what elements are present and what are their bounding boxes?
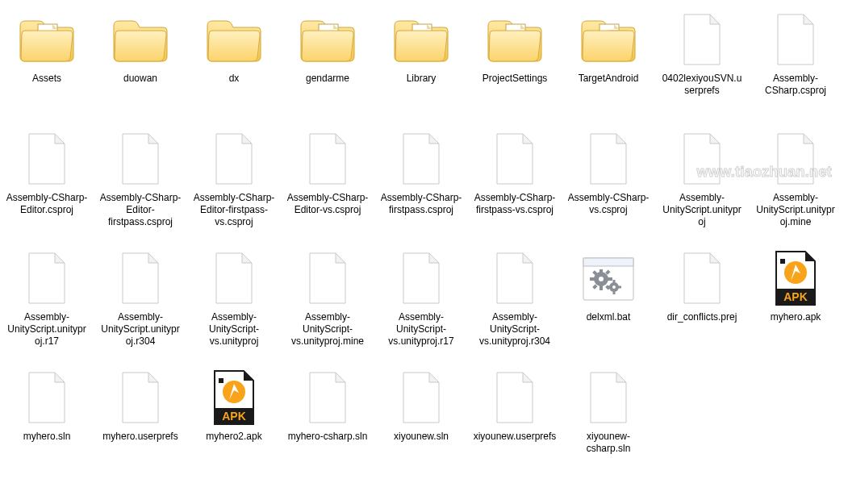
svg-rect-20 (613, 280, 616, 283)
svg-rect-21 (613, 291, 616, 294)
item-label: dir_conflicts.prej (666, 311, 739, 323)
file-item[interactable]: Assembly-UnityScript-vs.unityproj.mine (281, 245, 374, 364)
file-item[interactable]: myhero-csharp.sln (281, 364, 374, 484)
item-label: ProjectSettings (481, 73, 549, 85)
generic-file-icon (295, 369, 360, 427)
item-label: myhero.sln (22, 431, 73, 443)
generic-file-icon (295, 131, 360, 189)
item-label: Assembly-CSharp-Editor-vs.csproj (284, 192, 371, 216)
generic-file-icon (576, 369, 641, 427)
svg-rect-23 (618, 286, 621, 289)
file-item[interactable]: 0402lexiyouSVN.userprefs (655, 6, 749, 126)
item-label: Assembly-CSharp.csproj (752, 73, 839, 97)
generic-file-icon (389, 131, 453, 189)
item-label: Assembly-UnityScript.unityproj.mine (752, 192, 839, 228)
generic-file-icon (763, 11, 828, 69)
item-label: Assembly-CSharp-firstpass-vs.csproj (471, 192, 558, 216)
folder-item[interactable]: gendarme (281, 6, 374, 126)
item-label: Assembly-UnityScript-vs.unityproj (190, 311, 278, 348)
item-label: xiyounew.sln (392, 431, 450, 443)
file-item[interactable]: Assembly-CSharp-Editor-firstpass-vs.cspr… (187, 126, 281, 245)
folder-item[interactable]: ProjectSettings (468, 6, 562, 126)
svg-rect-10 (599, 269, 603, 274)
item-label: Assembly-UnityScript-vs.unityproj.r17 (378, 311, 465, 348)
item-label: Assembly-CSharp-Editor-firstpass.csproj (97, 192, 184, 228)
generic-file-icon (108, 250, 173, 308)
file-item[interactable]: Assembly-CSharp-Editor-firstpass.csproj (94, 126, 187, 245)
item-label: duowan (122, 73, 159, 85)
item-label: xiyounew.userprefs (472, 431, 558, 443)
file-item[interactable]: Assembly-UnityScript.unityproj (655, 126, 749, 245)
file-item[interactable]: xiyounew.sln (374, 364, 468, 484)
svg-rect-11 (599, 285, 603, 290)
file-item[interactable]: xiyounew-csharp.sln (562, 364, 655, 484)
item-label: Assembly-UnityScript.unityproj.r304 (97, 311, 184, 348)
svg-text:APK: APK (222, 410, 246, 423)
generic-file-icon (670, 131, 734, 189)
file-item[interactable]: APK myhero.apk (749, 245, 842, 364)
svg-rect-22 (607, 286, 610, 289)
item-label: dx (228, 73, 241, 85)
file-item[interactable]: Assembly-CSharp-Editor-vs.csproj (281, 126, 374, 245)
generic-file-icon (670, 11, 734, 69)
svg-rect-30 (219, 378, 223, 383)
item-label: Assembly-CSharp-vs.csproj (565, 192, 652, 216)
generic-file-icon (202, 250, 266, 308)
file-item[interactable]: Assembly-CSharp-firstpass-vs.csproj (468, 126, 562, 245)
file-item[interactable]: Assembly-UnityScript.unityproj.r17 (0, 245, 94, 364)
file-item[interactable]: myhero.userprefs (94, 364, 187, 484)
generic-file-icon (108, 369, 173, 427)
file-item[interactable]: delxml.bat (562, 245, 655, 364)
folder-item[interactable]: Library (374, 6, 468, 126)
item-label: Assembly-CSharp-firstpass.csproj (378, 192, 465, 216)
generic-file-icon (482, 131, 547, 189)
svg-rect-8 (583, 258, 633, 266)
file-item[interactable]: myhero.sln (0, 364, 94, 484)
file-item[interactable]: Assembly-CSharp-Editor.csproj (0, 126, 94, 245)
generic-file-icon (389, 369, 453, 427)
item-label: myhero-csharp.sln (286, 431, 370, 443)
folder-item[interactable]: TargetAndroid (562, 6, 655, 126)
folder-icon (108, 11, 173, 69)
file-item[interactable]: dir_conflicts.prej (655, 245, 749, 364)
file-item[interactable]: Assembly-UnityScript.unityproj.mine (749, 126, 842, 245)
item-label: Assembly-CSharp-Editor-firstpass-vs.cspr… (190, 192, 278, 228)
generic-file-icon (576, 131, 641, 189)
file-item[interactable]: Assembly-UnityScript.unityproj.r304 (94, 245, 187, 364)
item-label: Assembly-UnityScript.unityproj (658, 192, 746, 228)
apk-file-icon: APK (763, 250, 828, 308)
file-item[interactable]: Assembly-UnityScript-vs.unityproj (187, 245, 281, 364)
folder-icon (202, 11, 266, 69)
item-label: xiyounew-csharp.sln (565, 431, 652, 455)
item-label: Assets (31, 73, 63, 85)
generic-file-icon (15, 250, 79, 308)
file-item[interactable]: Assembly-CSharp-vs.csproj (562, 126, 655, 245)
item-label: 0402lexiyouSVN.userprefs (658, 73, 746, 97)
svg-point-18 (599, 277, 604, 281)
item-label: gendarme (304, 73, 351, 85)
folder-item[interactable]: duowan (94, 6, 187, 126)
folder-icon (295, 11, 360, 69)
file-item[interactable]: Assembly-UnityScript-vs.unityproj.r17 (374, 245, 468, 364)
generic-file-icon (389, 250, 453, 308)
folder-item[interactable]: dx (187, 6, 281, 126)
item-label: myhero2.apk (204, 431, 263, 443)
item-label: myhero.apk (769, 311, 823, 323)
file-item[interactable]: xiyounew.userprefs (468, 364, 562, 484)
generic-file-icon (295, 250, 360, 308)
folder-icon (482, 11, 547, 69)
folder-item[interactable]: Assets (0, 6, 94, 126)
file-item[interactable]: Assembly-CSharp.csproj (749, 6, 842, 126)
svg-text:APK: APK (783, 290, 808, 303)
generic-file-icon (482, 250, 547, 308)
svg-point-24 (612, 285, 616, 289)
item-label: Assembly-UnityScript-vs.unityproj.r304 (471, 311, 558, 348)
folder-icon (576, 11, 641, 69)
file-item[interactable]: APK myhero2.apk (187, 364, 281, 484)
generic-file-icon (763, 131, 828, 189)
svg-rect-12 (590, 277, 595, 281)
file-item[interactable]: Assembly-UnityScript-vs.unityproj.r304 (468, 245, 562, 364)
generic-file-icon (482, 369, 547, 427)
generic-file-icon (15, 369, 79, 427)
file-item[interactable]: Assembly-CSharp-firstpass.csproj (374, 126, 468, 245)
